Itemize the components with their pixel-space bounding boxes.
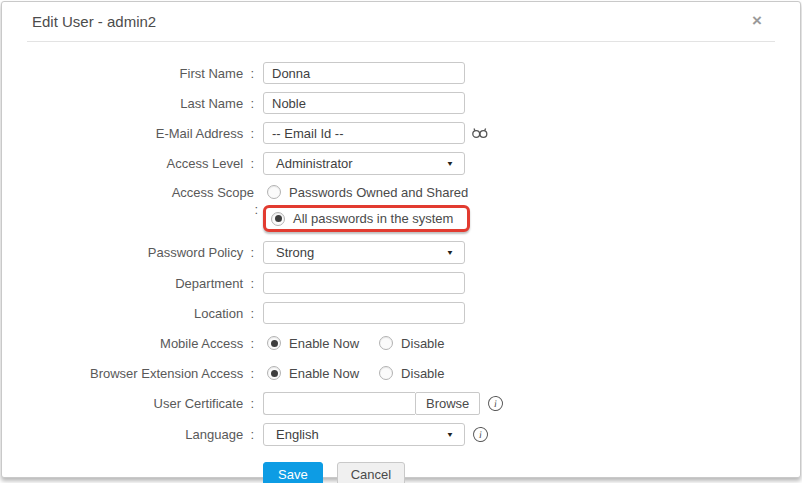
chevron-down-icon: ▼ — [446, 159, 454, 167]
access-scope-colon — [254, 202, 258, 217]
access-level-select[interactable]: Administrator ▼ — [263, 152, 465, 175]
language-info-icon[interactable]: i — [472, 426, 489, 443]
cancel-button[interactable]: Cancel — [337, 462, 405, 483]
mobile-access-row: Mobile Access Enable Now Disable — [2, 332, 800, 354]
department-label: Department — [2, 276, 254, 291]
email-lookup-binoculars-icon[interactable] — [471, 127, 489, 139]
location-label: Location — [2, 306, 254, 321]
access-scope-label: Access Scope — [2, 183, 254, 200]
first-name-input[interactable] — [263, 62, 465, 84]
access-scope-highlight-box: All passwords in the system — [263, 205, 470, 232]
email-row: E-Mail Address — [2, 122, 800, 144]
edit-user-dialog: Edit User - admin2 × First Name Last Nam… — [1, 1, 801, 478]
password-policy-value: Strong — [276, 245, 314, 260]
browser-extension-access-row: Browser Extension Access Enable Now Disa… — [2, 362, 800, 384]
email-label: E-Mail Address — [2, 126, 254, 141]
password-policy-select[interactable]: Strong ▼ — [263, 241, 465, 264]
user-certificate-input[interactable] — [263, 392, 415, 415]
first-name-row: First Name — [2, 62, 800, 84]
dialog-title: Edit User - admin2 — [32, 13, 156, 30]
radio-unselected-icon[interactable] — [379, 366, 393, 380]
last-name-input[interactable] — [263, 92, 465, 114]
access-scope-option-label: All passwords in the system — [293, 211, 453, 226]
access-level-row: Access Level Administrator ▼ — [2, 152, 800, 175]
radio-selected-icon[interactable] — [267, 336, 281, 350]
edit-user-form: First Name Last Name E-Mail Address — [2, 42, 800, 483]
radio-unselected-icon[interactable] — [379, 336, 393, 350]
language-select[interactable]: English ▼ — [263, 423, 465, 446]
chevron-down-icon: ▼ — [446, 430, 454, 438]
browse-button[interactable]: Browse — [415, 392, 480, 415]
department-row: Department — [2, 272, 800, 294]
radio-selected-icon[interactable] — [267, 366, 281, 380]
access-scope-option-owned-shared[interactable]: Passwords Owned and Shared — [263, 183, 470, 201]
mobile-access-option-label: Enable Now — [289, 336, 359, 351]
email-input[interactable] — [263, 122, 465, 144]
user-certificate-row: User Certificate Browse i — [2, 392, 800, 415]
edit-user-dialog-page: Edit User - admin2 × First Name Last Nam… — [0, 0, 802, 483]
action-buttons-row: Save Cancel — [2, 462, 800, 483]
language-row: Language English ▼ i — [2, 423, 800, 446]
browser-extension-access-label: Browser Extension Access — [2, 366, 254, 381]
access-level-value: Administrator — [276, 156, 353, 171]
browser-extension-option-label: Disable — [401, 366, 444, 381]
language-value: English — [276, 427, 319, 442]
password-policy-row: Password Policy Strong ▼ — [2, 241, 800, 264]
access-scope-option-label: Passwords Owned and Shared — [289, 185, 468, 200]
language-label: Language — [2, 427, 254, 442]
first-name-label: First Name — [2, 66, 254, 81]
browser-extension-option-label: Enable Now — [289, 366, 359, 381]
mobile-access-label: Mobile Access — [2, 336, 254, 351]
access-level-label: Access Level — [2, 156, 254, 171]
radio-unselected-icon[interactable] — [267, 185, 281, 199]
certificate-info-icon[interactable]: i — [487, 395, 504, 412]
access-scope-row: Access Scope Passwords Owned and Shared … — [2, 183, 800, 232]
dialog-header: Edit User - admin2 × — [27, 2, 775, 42]
close-icon[interactable]: × — [747, 11, 767, 31]
last-name-label: Last Name — [2, 96, 254, 111]
location-input[interactable] — [263, 302, 465, 324]
department-input[interactable] — [263, 272, 465, 294]
chevron-down-icon: ▼ — [446, 248, 454, 256]
save-button[interactable]: Save — [263, 462, 323, 483]
password-policy-label: Password Policy — [2, 245, 254, 260]
radio-selected-icon[interactable] — [271, 212, 285, 226]
mobile-access-option-label: Disable — [401, 336, 444, 351]
last-name-row: Last Name — [2, 92, 800, 114]
user-certificate-label: User Certificate — [2, 396, 254, 411]
location-row: Location — [2, 302, 800, 324]
